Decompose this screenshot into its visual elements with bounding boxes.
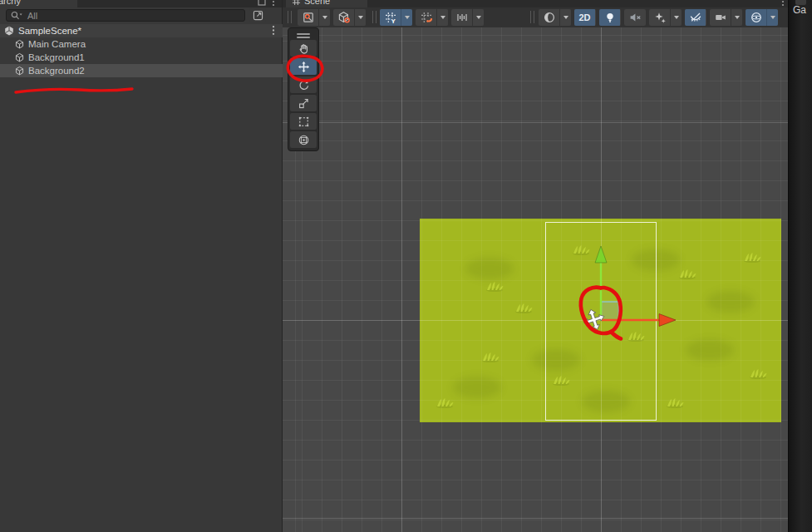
transform-tool[interactable]	[290, 131, 317, 148]
scene-panel-menu-icon[interactable]	[781, 0, 785, 7]
move-tool[interactable]	[290, 58, 317, 75]
unity-scene-icon	[3, 25, 15, 37]
svg-text:Y: Y	[391, 17, 396, 25]
grass-tuft	[435, 397, 456, 408]
grass-tuft	[742, 251, 764, 263]
search-value: All	[27, 11, 37, 21]
scene-viewport[interactable]	[283, 27, 788, 532]
rotate-icon	[298, 79, 310, 91]
hierarchy-scene-row[interactable]: SampleScene*	[0, 24, 283, 37]
sphere-icon	[543, 11, 556, 24]
open-window-button[interactable]	[249, 8, 266, 22]
rotate-tool[interactable]	[290, 76, 317, 93]
game-tab-label[interactable]: Ga	[793, 4, 806, 16]
scale-icon	[298, 97, 310, 110]
grass-tuft	[665, 397, 687, 408]
audio-muted-icon	[628, 11, 642, 24]
hierarchy-item-label: Background1	[28, 52, 85, 62]
view-cube-button[interactable]	[333, 9, 366, 26]
open-window-icon	[252, 9, 264, 22]
grid-magnet-icon	[420, 11, 433, 24]
hierarchy-item-label: Background2	[28, 66, 85, 76]
scene-name-label: SampleScene*	[18, 26, 81, 36]
grid-snapping-button[interactable]	[416, 9, 448, 26]
star-icon	[653, 11, 667, 24]
grid-y-icon: Y	[384, 11, 397, 24]
camera-settings-button-dropdown[interactable]	[731, 9, 742, 26]
tool-palette-overlay	[288, 27, 319, 151]
chevron-down-icon	[735, 16, 740, 19]
scene-tab[interactable]: Scene	[286, 0, 367, 7]
gizmo-plane-handle[interactable]	[602, 302, 619, 320]
hierarchy-tab[interactable]: archy	[0, 0, 77, 7]
hierarchy-search-input[interactable]: All	[6, 9, 245, 22]
rect-tool[interactable]	[290, 113, 317, 130]
gizmo-y-arrowhead[interactable]	[595, 246, 607, 263]
hierarchy-item-background1[interactable]: Background1	[0, 51, 283, 64]
eye-hidden-icon	[689, 11, 702, 24]
draw-mode-button-dropdown[interactable]	[318, 9, 330, 26]
grid-visibility-button-dropdown[interactable]	[401, 9, 412, 26]
cube-outline-icon	[14, 52, 25, 63]
palette-drag-handle[interactable]	[288, 33, 318, 38]
hierarchy-item-list: Main CameraBackground1Background2	[0, 37, 283, 77]
grass-tuft	[480, 351, 502, 362]
hand-tool[interactable]	[290, 40, 317, 57]
maximize-icon[interactable]	[258, 0, 266, 6]
scene-row-menu-icon[interactable]	[272, 25, 275, 36]
chevron-down-icon	[440, 16, 445, 19]
grid-major-line	[283, 518, 788, 519]
transform-icon	[298, 134, 310, 146]
effects-button[interactable]	[649, 9, 682, 26]
hand-icon	[298, 42, 310, 55]
grass-dark-patch	[453, 377, 501, 398]
toolbar-divider	[372, 11, 376, 23]
audio-mute-button[interactable]	[624, 9, 646, 26]
gizmos-button-dropdown[interactable]	[766, 9, 778, 26]
search-icon	[10, 10, 23, 21]
chevron-down-icon	[770, 16, 775, 19]
gizmo-x-arrowhead[interactable]	[659, 314, 676, 327]
grass-dark-patch	[465, 258, 514, 279]
hidden-objects-button[interactable]	[685, 9, 706, 26]
draw-mode-button[interactable]	[298, 9, 330, 26]
grid-visibility-button[interactable]: Y	[380, 9, 412, 26]
chevron-down-icon	[405, 16, 410, 19]
move-gizmo	[540, 239, 690, 343]
gizmos-button[interactable]	[746, 9, 778, 26]
effects-button-dropdown[interactable]	[670, 9, 682, 26]
scale-tool[interactable]	[290, 95, 317, 111]
hierarchy-item-main-camera[interactable]: Main Camera	[0, 37, 283, 51]
grass-dark-patch	[686, 339, 734, 361]
grass-tuft	[748, 367, 770, 379]
snap-increment-button-dropdown[interactable]	[472, 9, 484, 26]
chevron-down-icon	[322, 16, 327, 19]
hierarchy-tab-label: archy	[0, 0, 21, 6]
snap-increment-button[interactable]	[451, 9, 484, 26]
shading-mode-button[interactable]	[539, 9, 571, 26]
grass-tuft	[485, 280, 506, 292]
scene-tabstrip: Scene	[283, 0, 788, 7]
grid-major-line	[401, 27, 402, 532]
bulb-icon	[603, 11, 617, 24]
camera-icon	[714, 11, 727, 24]
cube-outline-icon	[14, 66, 25, 76]
scene-lighting-button[interactable]	[599, 9, 621, 26]
2d-toggle-button[interactable]: 2D	[574, 9, 596, 26]
hierarchy-item-background2[interactable]: Background2	[0, 64, 283, 77]
grid-snapping-button-dropdown[interactable]	[436, 9, 448, 26]
chevron-down-icon	[674, 16, 679, 19]
shading-mode-button-dropdown[interactable]	[559, 9, 571, 26]
2d-toggle-button-label: 2D	[578, 12, 590, 22]
camera-settings-button[interactable]	[710, 9, 742, 26]
chevron-down-icon	[476, 16, 481, 19]
move-icon	[298, 61, 310, 73]
toolbar-divider	[530, 11, 534, 23]
grass-tuft	[514, 302, 535, 313]
scene-toolbar: Y 2D	[283, 7, 788, 27]
chevron-down-icon	[563, 16, 568, 19]
hierarchy-item-label: Main Camera	[28, 39, 86, 49]
panel-menu-icon[interactable]	[272, 0, 275, 7]
game-panel-edge: Ga	[788, 0, 812, 532]
view-cube-button-dropdown[interactable]	[354, 9, 366, 26]
